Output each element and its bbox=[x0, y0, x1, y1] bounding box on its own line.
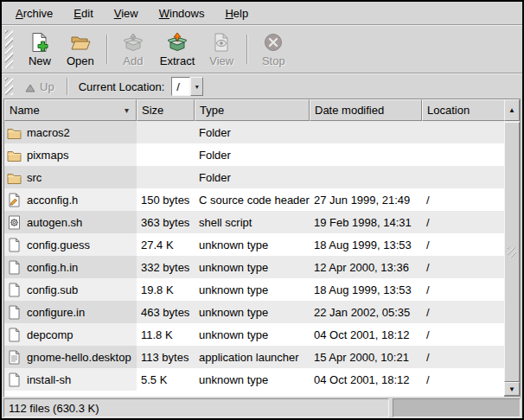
file-location-cell: / bbox=[422, 278, 504, 301]
open-button[interactable]: Open bbox=[60, 28, 101, 71]
table-row[interactable]: depcomp11.8 Kunknown type04 Oct 2001, 18… bbox=[4, 323, 504, 346]
extract-icon bbox=[167, 32, 188, 53]
document-icon bbox=[7, 372, 22, 387]
vertical-scrollbar[interactable]: ▲ ▼ bbox=[504, 99, 520, 396]
file-name-cell[interactable]: config.h.in bbox=[4, 256, 137, 278]
scroll-up-button[interactable]: ▲ bbox=[504, 99, 520, 121]
file-name: config.guess bbox=[27, 239, 90, 251]
table-row[interactable]: macros2Folder bbox=[4, 121, 504, 143]
folder-icon bbox=[7, 148, 22, 162]
file-name: config.h.in bbox=[27, 261, 78, 274]
scrollbar-thumb[interactable] bbox=[504, 122, 520, 382]
file-size-cell: 19.8 K bbox=[137, 278, 195, 301]
file-location-cell: / bbox=[422, 323, 504, 346]
file-type-cell: Folder bbox=[195, 143, 310, 166]
file-name-cell[interactable]: config.sub bbox=[4, 278, 137, 301]
file-name-cell[interactable]: acconfig.h bbox=[4, 188, 137, 211]
file-date-cell: 22 Jan 2002, 05:35 bbox=[310, 301, 422, 323]
file-location-cell: / bbox=[422, 233, 504, 256]
file-type-cell: unknown type bbox=[195, 301, 310, 323]
scroll-down-button[interactable]: ▼ bbox=[504, 382, 520, 396]
table-row[interactable]: config.h.in332 bytesunknown type12 Apr 2… bbox=[4, 256, 504, 278]
file-name-cell[interactable]: macros2 bbox=[4, 121, 137, 143]
up-arrow-icon bbox=[25, 82, 35, 91]
table-row[interactable]: configure.in463 bytesunknown type22 Jan … bbox=[4, 301, 504, 323]
toolbar-separator bbox=[246, 35, 248, 64]
file-table: Name ▾ Size Type Date modified Location … bbox=[3, 99, 521, 397]
file-location-cell: / bbox=[422, 211, 504, 233]
view-file-icon bbox=[211, 32, 232, 53]
file-date-cell: 18 Aug 1999, 13:53 bbox=[310, 278, 422, 301]
file-list: macros2FolderpixmapsFoldersrcFolderaccon… bbox=[4, 121, 504, 397]
file-name: install-sh bbox=[27, 373, 71, 386]
file-name-cell[interactable]: install-sh bbox=[4, 368, 137, 391]
file-type-cell: Folder bbox=[195, 121, 310, 143]
table-row[interactable]: acconfig.h150 bytesC source code header2… bbox=[4, 188, 504, 211]
stop-button-label: Stop bbox=[262, 54, 285, 67]
file-date-cell: 15 Apr 2000, 10:21 bbox=[310, 346, 422, 368]
location-combo-dropdown-button[interactable]: ▾ bbox=[190, 77, 203, 96]
file-location-cell: / bbox=[422, 188, 504, 211]
new-archive-icon bbox=[29, 32, 50, 53]
toolbar: New Open Add bbox=[2, 26, 522, 73]
menu-windows[interactable]: Windows bbox=[150, 3, 214, 23]
table-row[interactable]: gnome-hello.desktop113 bytesapplication … bbox=[4, 346, 504, 368]
file-name: pixmaps bbox=[27, 149, 68, 162]
extract-button[interactable]: Extract bbox=[153, 28, 201, 71]
table-row[interactable]: srcFolder bbox=[4, 166, 504, 188]
location-combo[interactable]: / ▾ bbox=[171, 77, 203, 96]
document-icon bbox=[7, 305, 22, 320]
file-location-cell bbox=[422, 121, 504, 143]
file-name-cell[interactable]: autogen.sh bbox=[4, 211, 137, 233]
file-name-cell[interactable]: src bbox=[4, 166, 137, 188]
open-archive-icon bbox=[70, 32, 91, 53]
file-name-cell[interactable]: pixmaps bbox=[4, 143, 137, 166]
new-button[interactable]: New bbox=[20, 28, 60, 71]
file-type-cell: shell script bbox=[195, 211, 310, 233]
file-location-cell: / bbox=[422, 256, 504, 278]
file-size-cell: 113 bytes bbox=[137, 346, 195, 368]
add-button: Add bbox=[113, 28, 153, 71]
table-row[interactable]: config.guess27.4 Kunknown type18 Aug 199… bbox=[4, 233, 504, 256]
file-name-cell[interactable]: depcomp bbox=[4, 323, 137, 346]
file-location-cell: / bbox=[422, 301, 504, 323]
file-name-cell[interactable]: config.guess bbox=[4, 233, 137, 256]
view-button-label: View bbox=[209, 54, 233, 67]
table-row[interactable]: pixmapsFolder bbox=[4, 143, 504, 166]
file-name-cell[interactable]: gnome-hello.desktop bbox=[4, 346, 137, 368]
file-date-cell: 18 Aug 1999, 13:53 bbox=[310, 233, 422, 256]
file-date-cell: 27 Jun 1999, 21:49 bbox=[310, 188, 422, 211]
file-location-cell: / bbox=[422, 346, 504, 368]
table-row[interactable]: autogen.sh363 bytesshell script19 Feb 19… bbox=[4, 211, 504, 233]
file-date-cell: 04 Oct 2001, 18:12 bbox=[310, 323, 422, 346]
file-name: autogen.sh bbox=[27, 216, 82, 229]
file-name: macros2 bbox=[27, 126, 70, 139]
file-date-cell: 04 Oct 2001, 18:12 bbox=[310, 368, 422, 391]
menu-edit[interactable]: Edit bbox=[65, 3, 101, 23]
file-date-cell: 19 Feb 1998, 14:31 bbox=[310, 211, 422, 233]
location-bar-drag-handle[interactable] bbox=[5, 78, 13, 95]
column-header-type[interactable]: Type bbox=[195, 99, 310, 121]
menu-archive[interactable]: Archive bbox=[7, 3, 61, 23]
menu-help[interactable]: Help bbox=[216, 3, 257, 23]
table-row[interactable]: install-sh5.5 Kunknown type04 Oct 2001, … bbox=[4, 368, 504, 391]
file-type-cell: unknown type bbox=[195, 323, 310, 346]
column-header-date-modified[interactable]: Date modified bbox=[310, 99, 422, 121]
file-type-cell: unknown type bbox=[195, 278, 310, 301]
location-combo-value[interactable]: / bbox=[171, 77, 190, 96]
location-bar: Up Current Location: / ▾ bbox=[2, 74, 522, 99]
file-name-cell[interactable]: configure.in bbox=[4, 301, 137, 323]
menu-view[interactable]: View bbox=[105, 3, 147, 23]
file-date-cell: 12 Apr 2000, 13:36 bbox=[310, 256, 422, 278]
file-location-cell bbox=[422, 143, 504, 166]
stop-icon bbox=[263, 32, 284, 53]
status-text: 112 files (630.3 K) bbox=[3, 398, 389, 417]
c-header-icon bbox=[7, 193, 22, 207]
file-type-cell: unknown type bbox=[195, 256, 310, 278]
table-row[interactable]: config.sub19.8 Kunknown type18 Aug 1999,… bbox=[4, 278, 504, 301]
toolbar-drag-handle[interactable] bbox=[5, 30, 13, 68]
column-header-size[interactable]: Size bbox=[137, 99, 195, 121]
file-name: config.sub bbox=[27, 283, 78, 296]
column-header-name[interactable]: Name ▾ bbox=[4, 99, 137, 121]
file-date-cell bbox=[310, 143, 422, 166]
